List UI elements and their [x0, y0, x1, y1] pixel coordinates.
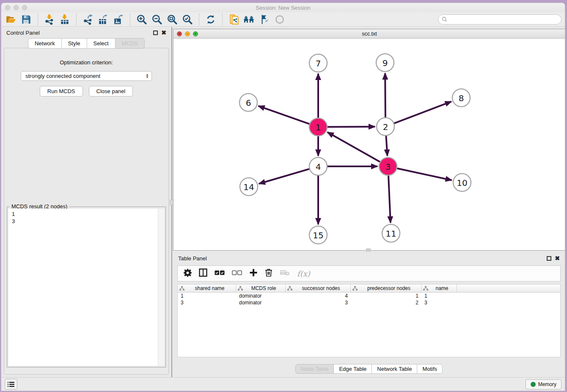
float-table-panel-icon[interactable] — [547, 256, 551, 261]
app-window: Session: New Session — [1, 3, 565, 391]
search-field[interactable] — [438, 14, 561, 25]
maximize-view-icon[interactable]: + — [193, 31, 198, 36]
memory-button[interactable]: Memory — [526, 379, 561, 389]
apply-layout-icon[interactable] — [204, 14, 217, 25]
birds-eye-view-icon[interactable] — [273, 14, 286, 25]
export-table-icon[interactable] — [97, 14, 110, 25]
graph-edge-3-1[interactable] — [328, 132, 380, 162]
network-resize-grip[interactable] — [366, 248, 371, 251]
graphics-details-icon[interactable] — [258, 14, 271, 25]
delete-column-icon[interactable] — [265, 268, 272, 279]
window-controls[interactable] — [5, 5, 27, 10]
open-session-icon[interactable] — [5, 14, 17, 25]
table-cell[interactable]: 1 — [421, 293, 457, 299]
tab-edge-table[interactable]: Edge Table — [333, 364, 372, 374]
table-panel-tabs: Node TableEdge TableNetwork TableMotifs — [173, 364, 565, 374]
node-table[interactable]: shared nameMCDS rolesuccessor nodesprede… — [177, 284, 561, 357]
graph-edge-2-8[interactable] — [394, 102, 451, 124]
close-panel-icon[interactable]: ✖ — [161, 30, 166, 35]
network-canvas[interactable]: 7968124314101511 — [173, 39, 565, 250]
table-row[interactable]: 1dominator411 — [178, 293, 560, 299]
graph-node-label-15: 15 — [313, 230, 323, 240]
table-cell[interactable]: 1 — [178, 293, 236, 299]
gear-icon[interactable] — [184, 269, 192, 279]
graph-edge-1-6[interactable] — [259, 106, 310, 124]
run-mcds-button[interactable]: Run MCDS — [40, 86, 83, 97]
import-network-icon[interactable] — [43, 14, 56, 25]
table-cell[interactable]: 2 — [351, 299, 421, 306]
graph-node-label-1: 1 — [316, 122, 321, 133]
export-network-icon[interactable] — [82, 14, 94, 25]
table-cell[interactable]: 3 — [286, 299, 351, 306]
mcds-result-box: MCDS result (2 nodes) 1 3 — [7, 207, 166, 367]
criterion-value: strongly connected component — [25, 73, 146, 79]
tab-select[interactable]: Select — [87, 38, 116, 49]
graph-edge-2-3[interactable] — [386, 135, 387, 156]
save-session-icon[interactable] — [20, 14, 33, 25]
result-scrollbar[interactable] — [158, 209, 164, 366]
minimize-window-icon[interactable] — [14, 5, 19, 10]
window-title: Session: New Session — [256, 5, 310, 11]
column-type-icon — [238, 286, 243, 291]
unselect-all-columns-icon[interactable] — [232, 270, 242, 277]
clone-network-icon[interactable] — [228, 14, 240, 25]
zoom-selected-icon[interactable] — [181, 14, 194, 25]
graph-edge-3-10[interactable] — [397, 168, 452, 180]
table-cell[interactable]: 3 — [178, 299, 236, 306]
tab-motifs[interactable]: Motifs — [417, 364, 443, 374]
minimize-view-icon[interactable]: − — [185, 31, 190, 36]
tab-network-table[interactable]: Network Table — [372, 364, 417, 374]
add-column-icon[interactable] — [249, 268, 258, 279]
column-layout-icon[interactable] — [199, 268, 207, 279]
toolbar-separator — [222, 14, 223, 25]
task-history-button[interactable] — [5, 379, 17, 389]
close-panel-button[interactable]: Close panel — [89, 86, 133, 97]
graph-edge-4-14[interactable] — [259, 169, 310, 184]
zoom-window-icon[interactable] — [22, 5, 27, 10]
main-toolbar — [1, 12, 565, 27]
toolbar-separator — [199, 14, 199, 25]
float-panel-icon[interactable] — [153, 30, 158, 35]
zoom-out-icon[interactable] — [151, 14, 163, 25]
titlebar: Session: New Session — [1, 3, 565, 12]
table-cell[interactable]: 1 — [351, 293, 421, 299]
panel-divider[interactable] — [171, 27, 172, 377]
graph-node-label-2: 2 — [383, 122, 388, 132]
tab-network[interactable]: Network — [28, 38, 62, 49]
export-image-icon[interactable] — [112, 14, 125, 25]
close-table-panel-icon[interactable]: ✖ — [555, 256, 560, 261]
zoom-in-icon[interactable] — [135, 14, 148, 25]
graph-edge-1-2[interactable] — [327, 127, 375, 127]
graph-node-label-7: 7 — [316, 58, 321, 69]
mcds-result-text[interactable]: 1 3 — [8, 209, 158, 366]
tab-node-table[interactable]: Node Table — [295, 364, 334, 374]
delete-table-icon — [280, 269, 290, 278]
network-graph[interactable]: 7968124314101511 — [173, 39, 565, 251]
column-header-name[interactable]: name — [421, 284, 457, 292]
zoom-fit-icon[interactable] — [166, 14, 179, 25]
graph-edge-3-11[interactable] — [388, 175, 391, 223]
select-all-columns-icon[interactable] — [215, 270, 225, 277]
search-input[interactable] — [449, 17, 558, 22]
table-panel: Table Panel ✖ f(x) shared nameMCDS roles… — [173, 253, 565, 377]
table-cell[interactable]: dominator — [236, 293, 286, 299]
tab-style[interactable]: Style — [61, 38, 87, 49]
table-row[interactable]: 3dominator323 — [178, 299, 560, 306]
table-cell[interactable]: 4 — [286, 293, 351, 299]
status-bar: Memory — [1, 377, 565, 391]
table-cell[interactable]: dominator — [236, 299, 286, 306]
table-cell[interactable]: 3 — [421, 299, 457, 306]
import-table-icon[interactable] — [58, 14, 71, 25]
close-window-icon[interactable] — [5, 5, 10, 10]
network-window-titlebar[interactable]: ✕ − + scc.txt — [173, 29, 565, 39]
column-header-predecessor-nodes[interactable]: predecessor nodes — [351, 284, 421, 292]
criterion-dropdown[interactable]: strongly connected component ▲▼ — [21, 71, 152, 81]
graph-edge-2-9[interactable] — [385, 73, 385, 118]
close-view-icon[interactable]: ✕ — [177, 31, 182, 36]
column-type-icon — [423, 286, 428, 291]
network-overview-icon[interactable] — [243, 14, 256, 25]
column-header-MCDS-role[interactable]: MCDS role — [236, 284, 286, 292]
column-header-successor-nodes[interactable]: successor nodes — [286, 284, 351, 292]
column-header-shared-name[interactable]: shared name — [178, 284, 236, 292]
tab-mcds[interactable]: MCDS — [115, 38, 145, 49]
